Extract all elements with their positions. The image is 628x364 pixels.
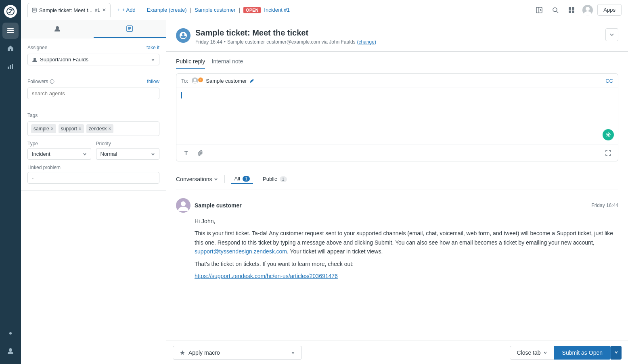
reply-tab-public[interactable]: Public reply — [176, 58, 205, 69]
close-tab-chevron — [543, 351, 547, 355]
apps-button[interactable]: Apps — [597, 4, 622, 16]
reply-body[interactable] — [176, 88, 618, 144]
edit-icon[interactable] — [249, 78, 254, 83]
reply-tab-internal[interactable]: Internal note — [211, 58, 243, 69]
svg-rect-19 — [572, 10, 574, 13]
conversations-section: Conversations All 1 Public 1 — [166, 168, 628, 341]
ticket-title-section: Sample ticket: Meet the ticket Friday 16… — [195, 28, 601, 45]
svg-rect-3 — [7, 32, 14, 33]
linked-problem-input[interactable] — [27, 172, 159, 184]
breadcrumb-customer[interactable]: Sample customer — [195, 7, 235, 13]
expand-panel-button[interactable] — [533, 4, 546, 17]
reply-cursor — [181, 92, 182, 98]
tab-subtitle: #1 — [95, 8, 100, 13]
ai-assist-button[interactable] — [603, 129, 614, 140]
panel-tabs — [21, 20, 166, 38]
tag-zendesk-remove[interactable]: × — [108, 126, 111, 132]
nav-item-user[interactable] — [2, 343, 19, 359]
grid-icon[interactable] — [565, 4, 578, 17]
submit-as-open-button[interactable]: Submit as Open — [554, 346, 611, 360]
submit-dropdown-button[interactable] — [611, 346, 622, 360]
customer-icons: ! — [191, 77, 203, 84]
apply-macro-label: Apply macro — [188, 349, 220, 356]
search-icon[interactable] — [549, 4, 562, 17]
message-avatar — [176, 198, 190, 213]
reply-tabs: Public reply Internal note — [176, 58, 618, 69]
nav-logo[interactable] — [4, 5, 17, 18]
tag-support-remove[interactable]: × — [79, 126, 82, 132]
search-agents-input[interactable] — [27, 88, 159, 99]
ticket-author: Sample customer — [227, 39, 265, 45]
follow-link[interactable]: follow — [147, 79, 159, 84]
conv-filter-public[interactable]: Public 1 — [260, 174, 290, 184]
breadcrumb-separator2: | — [239, 7, 240, 13]
nav-item-home[interactable] — [2, 40, 19, 56]
type-priority-row: Type Incident Priority Normal — [27, 141, 159, 160]
tags-section: Tags sample × support × zendesk × — [21, 106, 166, 190]
svg-point-8 — [9, 348, 12, 351]
conv-filter-all[interactable]: All 1 — [231, 174, 253, 184]
tag-sample-remove[interactable]: × — [51, 126, 54, 132]
priority-group: Priority Normal — [96, 141, 160, 160]
breadcrumb-separator: | — [190, 7, 192, 13]
panel-tab-ticket[interactable] — [94, 20, 166, 38]
linked-problem-group: Linked problem — [27, 165, 159, 184]
panel-tab-user[interactable] — [21, 20, 94, 38]
tags-container[interactable]: sample × support × zendesk × — [27, 121, 159, 136]
assignee-label: Assignee take it — [27, 45, 159, 50]
ticket-time: Friday 16:44 — [195, 39, 222, 45]
top-bar: Sample ticket: Meet t... #1 ✕ + + Add Ex… — [21, 0, 628, 20]
svg-line-15 — [557, 11, 558, 13]
conv-divider — [224, 175, 225, 183]
ticket-change-link[interactable]: (change) — [357, 39, 376, 45]
article-link[interactable]: https://support.zendesk.com/hc/en-us/art… — [195, 273, 338, 279]
tag-zendesk: zendesk × — [86, 124, 114, 133]
svg-rect-2 — [7, 30, 14, 31]
format-text-icon[interactable]: T — [180, 147, 192, 159]
email-link[interactable]: support@tyssendesign.zendesk.com — [195, 248, 287, 255]
apply-macro-button[interactable]: Apply macro — [173, 346, 302, 360]
reply-to-customer: ! Sample customer — [191, 77, 254, 84]
nav-item-admin[interactable] — [2, 325, 19, 341]
svg-point-22 — [56, 26, 59, 29]
message-author-row: Sample customer — [176, 198, 242, 213]
message-item: Sample customer Friday 16:44 Hi John, Th… — [176, 190, 618, 292]
svg-point-36 — [181, 201, 186, 206]
content-area: Assignee take it Support/John Faulds Fol… — [21, 20, 628, 364]
assignee-select[interactable]: Support/John Faulds — [27, 54, 159, 65]
ticket-avatar — [176, 28, 190, 43]
type-select[interactable]: Incident — [27, 148, 91, 160]
breadcrumb-example[interactable]: Example (create) — [147, 7, 187, 13]
add-tab-button[interactable]: + + Add — [114, 5, 138, 15]
priority-select[interactable]: Normal — [96, 148, 160, 160]
svg-point-7 — [9, 332, 12, 335]
tab-title: Sample ticket: Meet t... — [39, 7, 92, 13]
conversations-title[interactable]: Conversations — [176, 176, 218, 182]
reply-to-row: To: ! Sample customer CC — [176, 74, 618, 88]
bottom-bar: Apply macro Close tab Submit as Open — [166, 341, 628, 364]
add-tab-icon: + — [117, 7, 120, 13]
message-time: Friday 16:44 — [591, 203, 618, 208]
close-tab-button[interactable]: Close tab — [510, 346, 554, 360]
public-count-badge: 1 — [280, 176, 287, 182]
ticket-email: customer@example.com via John Faulds — [266, 39, 355, 45]
topbar-right: Apps — [533, 4, 622, 17]
nav-sidebar — [0, 0, 21, 364]
breadcrumb-incident[interactable]: Incident #1 — [264, 7, 290, 13]
expand-reply-icon[interactable] — [603, 147, 614, 159]
nav-item-reports[interactable] — [2, 58, 19, 74]
priority-label: Priority — [96, 141, 160, 146]
cc-button[interactable]: CC — [605, 78, 613, 84]
message-body: Hi John, This is your first ticket. Ta-d… — [176, 217, 618, 280]
ticket-expand-button[interactable] — [605, 28, 618, 41]
reply-customer-name: Sample customer — [206, 78, 247, 84]
nav-item-views[interactable] — [2, 23, 19, 39]
svg-rect-16 — [569, 7, 571, 10]
followers-section: Followers i follow — [21, 72, 166, 106]
tab-close-icon[interactable]: ✕ — [102, 7, 106, 13]
ticket-tab[interactable]: Sample ticket: Meet t... #1 ✕ — [27, 3, 111, 17]
user-avatar[interactable] — [581, 4, 594, 17]
take-it-link[interactable]: take it — [147, 45, 159, 50]
attach-file-icon[interactable] — [195, 147, 206, 159]
message-header: Sample customer Friday 16:44 — [176, 198, 618, 213]
